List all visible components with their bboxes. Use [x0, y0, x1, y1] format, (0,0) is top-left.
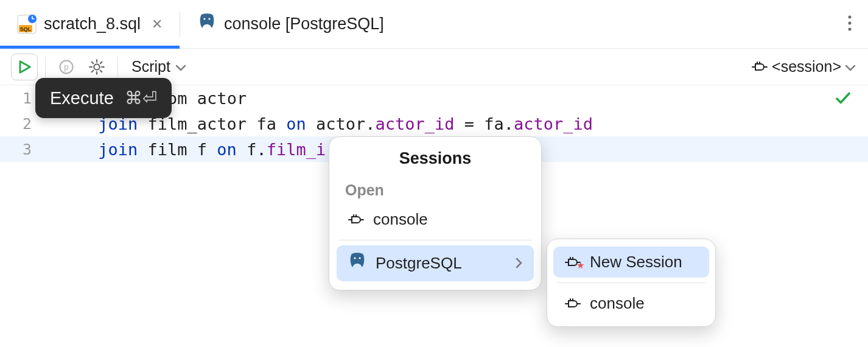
execute-tooltip: Execute ⌘⏎	[35, 78, 172, 118]
item-label: New Session	[590, 253, 682, 272]
session-dropdown[interactable]: <session>	[751, 58, 856, 75]
divider	[557, 282, 705, 283]
code-content: join film f on f.film_i	[49, 140, 326, 159]
script-dropdown[interactable]: Script	[125, 58, 192, 75]
session-item-postgresql[interactable]: PostgreSQL	[337, 245, 534, 281]
script-label: Script	[131, 58, 170, 75]
execute-button[interactable]	[11, 54, 38, 80]
tooltip-shortcut: ⌘⏎	[125, 88, 157, 108]
sessions-submenu: ★ New Session console	[547, 239, 716, 327]
svg-point-12	[354, 257, 355, 259]
divider	[339, 240, 531, 240]
item-label: console	[373, 210, 428, 229]
submenu-console[interactable]: console	[553, 288, 709, 319]
plug-new-icon: ★	[564, 256, 581, 268]
status-ok-icon	[834, 89, 852, 111]
separator	[117, 57, 118, 77]
sessions-popup: Sessions Open console PostgreSQL	[329, 136, 542, 290]
session-item-console[interactable]: console	[337, 204, 534, 235]
separator	[45, 57, 46, 77]
chevron-down-icon	[845, 58, 856, 75]
session-label: <session>	[772, 58, 841, 75]
settings-button[interactable]	[83, 54, 110, 80]
explain-plan-button[interactable]: p	[53, 54, 80, 80]
item-label: PostgreSQL	[376, 254, 462, 273]
tab-console-postgres[interactable]: console [PostgreSQL]	[180, 0, 401, 48]
popup-title: Sessions	[329, 149, 541, 168]
tab-label: scratch_8.sql	[44, 15, 141, 33]
svg-point-11	[94, 64, 99, 69]
plug-icon	[564, 298, 581, 310]
tab-scratch-sql[interactable]: SQL scratch_8.sql ✕	[0, 0, 180, 48]
svg-text:p: p	[64, 61, 69, 71]
tab-label: console [PostgreSQL]	[224, 15, 384, 33]
line-number: 3	[0, 141, 49, 158]
postgresql-icon	[197, 12, 217, 36]
svg-point-4	[203, 18, 205, 19]
popup-section-open: Open	[329, 179, 541, 204]
submenu-new-session[interactable]: ★ New Session	[553, 247, 709, 278]
plug-icon	[751, 61, 768, 73]
svg-point-8	[849, 27, 852, 30]
plug-icon	[348, 214, 365, 226]
chevron-down-icon	[175, 58, 186, 75]
svg-point-5	[208, 18, 210, 19]
svg-text:SQL: SQL	[20, 26, 32, 32]
more-icon[interactable]	[847, 15, 852, 34]
svg-point-7	[849, 21, 852, 24]
tab-bar: SQL scratch_8.sql ✕ console [PostgreSQL]	[0, 0, 868, 49]
svg-point-13	[359, 257, 360, 259]
tooltip-label: Execute	[50, 88, 114, 108]
close-icon[interactable]: ✕	[152, 16, 163, 32]
svg-point-6	[849, 15, 852, 18]
chevron-right-icon	[516, 254, 523, 273]
item-label: console	[590, 294, 645, 313]
sql-file-icon: SQL	[17, 15, 37, 34]
postgresql-icon	[348, 251, 367, 275]
